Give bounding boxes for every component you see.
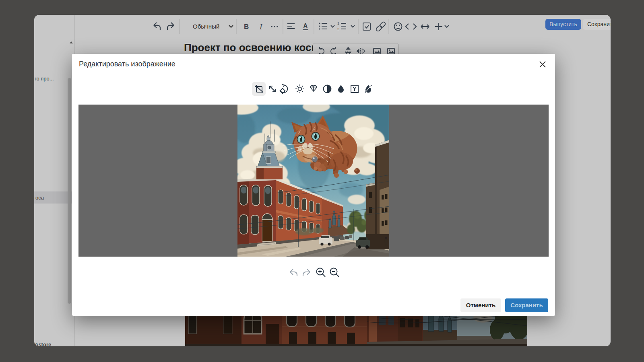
svg-text:Обычный: Обычный <box>193 23 219 30</box>
svg-text:I: I <box>259 23 263 31</box>
svg-text:B: B <box>244 23 249 31</box>
svg-text:1: 1 <box>337 21 339 25</box>
svg-text:A: A <box>303 23 308 29</box>
svg-text:2: 2 <box>337 27 339 31</box>
